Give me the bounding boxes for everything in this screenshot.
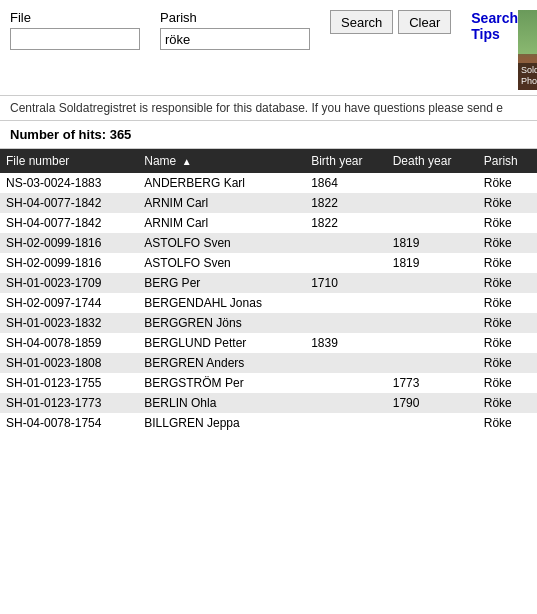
table-cell-parish: Röke xyxy=(478,273,537,293)
col-header-file-number[interactable]: File number xyxy=(0,149,138,173)
hits-bar: Number of hits: 365 xyxy=(0,121,537,149)
table-row[interactable]: SH-01-0023-1832BERGGREN JönsRöke xyxy=(0,313,537,333)
table-cell-death-year: 1819 xyxy=(387,253,478,273)
table-cell-death-year: 1790 xyxy=(387,393,478,413)
table-cell-birth-year: 1839 xyxy=(305,333,387,353)
table-cell-file-number: SH-04-0077-1842 xyxy=(0,193,138,213)
table-cell-parish: Röke xyxy=(478,253,537,273)
clear-button[interactable]: Clear xyxy=(398,10,451,34)
table-cell-death-year xyxy=(387,273,478,293)
search-tips-container: Search Tips xyxy=(471,10,518,44)
table-cell-birth-year: 1710 xyxy=(305,273,387,293)
table-cell-file-number: SH-02-0097-1744 xyxy=(0,293,138,313)
table-cell-death-year xyxy=(387,293,478,313)
table-cell-file-number: SH-04-0077-1842 xyxy=(0,213,138,233)
table-cell-birth-year: 1822 xyxy=(305,213,387,233)
table-cell-death-year xyxy=(387,173,478,193)
table-row[interactable]: SH-02-0099-1816ASTOLFO Sven1819Röke xyxy=(0,233,537,253)
table-row[interactable]: NS-03-0024-1883ANDERBERG Karl1864Röke xyxy=(0,173,537,193)
table-row[interactable]: SH-01-0023-1709BERG Per1710Röke xyxy=(0,273,537,293)
table-cell-birth-year xyxy=(305,413,387,433)
table-cell-name: ASTOLFO Sven xyxy=(138,233,305,253)
table-cell-birth-year xyxy=(305,293,387,313)
table-cell-parish: Röke xyxy=(478,413,537,433)
info-bar: Centrala Soldatregistret is responsible … xyxy=(0,96,537,121)
table-cell-file-number: SH-04-0078-1754 xyxy=(0,413,138,433)
table-cell-parish: Röke xyxy=(478,213,537,233)
image-caption-line1: Soldiers Croft 8 xyxy=(521,65,537,77)
col-header-birth-year[interactable]: Birth year xyxy=(305,149,387,173)
table-cell-parish: Röke xyxy=(478,293,537,313)
table-cell-death-year: 1819 xyxy=(387,233,478,253)
sort-arrow-icon: ▲ xyxy=(182,156,192,167)
table-cell-name: BERG Per xyxy=(138,273,305,293)
table-header-row: File number Name ▲ Birth year Death year… xyxy=(0,149,537,173)
table-cell-name: ANDERBERG Karl xyxy=(138,173,305,193)
table-cell-birth-year xyxy=(305,313,387,333)
table-cell-birth-year xyxy=(305,373,387,393)
table-cell-name: BERGGREN Jöns xyxy=(138,313,305,333)
table-cell-file-number: SH-04-0078-1859 xyxy=(0,333,138,353)
table-cell-birth-year xyxy=(305,253,387,273)
table-cell-parish: Röke xyxy=(478,373,537,393)
table-cell-file-number: SH-01-0123-1773 xyxy=(0,393,138,413)
table-cell-file-number: SH-01-0023-1709 xyxy=(0,273,138,293)
table-row[interactable]: SH-04-0077-1842ARNIM Carl1822Röke xyxy=(0,193,537,213)
table-cell-name: BERGLUND Petter xyxy=(138,333,305,353)
col-header-parish[interactable]: Parish xyxy=(478,149,537,173)
table-cell-name: BERGENDAHL Jonas xyxy=(138,293,305,313)
table-cell-name: BILLGREN Jeppa xyxy=(138,413,305,433)
parish-input[interactable] xyxy=(160,28,310,50)
table-cell-birth-year xyxy=(305,393,387,413)
table-cell-death-year xyxy=(387,413,478,433)
table-cell-file-number: SH-01-0023-1832 xyxy=(0,313,138,333)
table-cell-file-number: SH-01-0023-1808 xyxy=(0,353,138,373)
table-cell-birth-year xyxy=(305,233,387,253)
table-body: NS-03-0024-1883ANDERBERG Karl1864RökeSH-… xyxy=(0,173,537,433)
table-row[interactable]: SH-01-0123-1773BERLIN Ohla1790Röke xyxy=(0,393,537,413)
table-cell-file-number: NS-03-0024-1883 xyxy=(0,173,138,193)
table-cell-death-year xyxy=(387,353,478,373)
table-row[interactable]: SH-02-0099-1816ASTOLFO Sven1819Röke xyxy=(0,253,537,273)
table-cell-file-number: SH-02-0099-1816 xyxy=(0,233,138,253)
top-section: File Parish Search Clear Search Tips Sol… xyxy=(0,0,537,96)
info-text: Centrala Soldatregistret is responsible … xyxy=(10,101,503,115)
table-cell-death-year xyxy=(387,313,478,333)
table-cell-death-year xyxy=(387,333,478,353)
table-cell-death-year: 1773 xyxy=(387,373,478,393)
table-cell-name: ARNIM Carl xyxy=(138,213,305,233)
col-header-name[interactable]: Name ▲ xyxy=(138,149,305,173)
image-area: Soldiers Croft 8 Photo: Björn Lip xyxy=(518,10,537,90)
table-cell-parish: Röke xyxy=(478,353,537,373)
table-cell-parish: Röke xyxy=(478,233,537,253)
table-row[interactable]: SH-04-0078-1754BILLGREN JeppaRöke xyxy=(0,413,537,433)
table-cell-file-number: SH-02-0099-1816 xyxy=(0,253,138,273)
table-cell-parish: Röke xyxy=(478,193,537,213)
table-cell-name: ASTOLFO Sven xyxy=(138,253,305,273)
table-row[interactable]: SH-01-0023-1808BERGREN AndersRöke xyxy=(0,353,537,373)
table-cell-parish: Röke xyxy=(478,313,537,333)
image-caption: Soldiers Croft 8 Photo: Björn Lip xyxy=(518,63,537,90)
hits-count: Number of hits: 365 xyxy=(10,127,131,142)
file-input[interactable] xyxy=(10,28,140,50)
file-field-group: File xyxy=(10,10,140,50)
table-cell-name: ARNIM Carl xyxy=(138,193,305,213)
search-button[interactable]: Search xyxy=(330,10,393,34)
table-row[interactable]: SH-02-0097-1744BERGENDAHL JonasRöke xyxy=(0,293,537,313)
table-cell-parish: Röke xyxy=(478,333,537,353)
results-table: File number Name ▲ Birth year Death year… xyxy=(0,149,537,433)
table-row[interactable]: SH-01-0123-1755BERGSTRÖM Per1773Röke xyxy=(0,373,537,393)
parish-field-group: Parish xyxy=(160,10,310,50)
button-group: Search Clear xyxy=(330,10,456,35)
table-row[interactable]: SH-04-0077-1842ARNIM Carl1822Röke xyxy=(0,213,537,233)
col-header-death-year[interactable]: Death year xyxy=(387,149,478,173)
table-cell-name: BERGREN Anders xyxy=(138,353,305,373)
table-cell-name: BERLIN Ohla xyxy=(138,393,305,413)
file-label: File xyxy=(10,10,140,25)
table-cell-birth-year: 1864 xyxy=(305,173,387,193)
table-cell-file-number: SH-01-0123-1755 xyxy=(0,373,138,393)
table-row[interactable]: SH-04-0078-1859BERGLUND Petter1839Röke xyxy=(0,333,537,353)
search-tips-link[interactable]: Search Tips xyxy=(471,10,518,42)
table-cell-birth-year: 1822 xyxy=(305,193,387,213)
parish-label: Parish xyxy=(160,10,310,25)
